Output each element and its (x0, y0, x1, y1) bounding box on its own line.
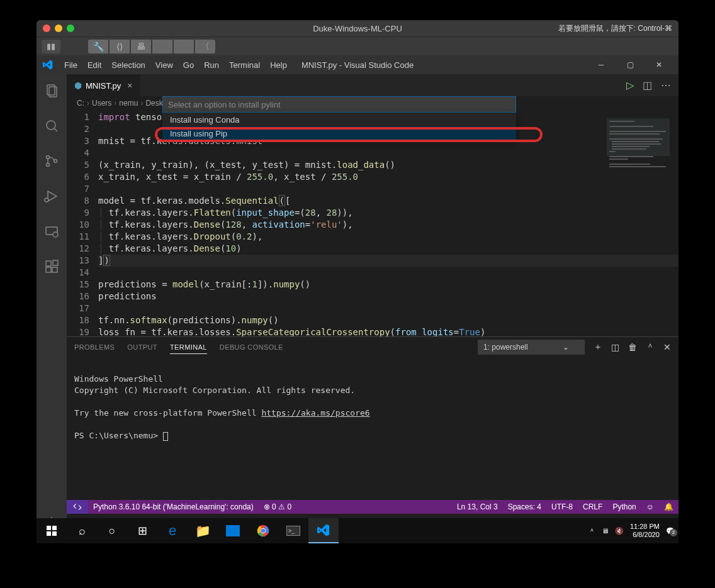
svg-rect-29 (609, 164, 650, 165)
panel-tab-terminal[interactable]: TERMINAL (170, 341, 207, 354)
cmd-icon[interactable]: >_ (278, 518, 308, 543)
indent-status[interactable]: Spaces: 4 (503, 502, 546, 511)
close-panel-button[interactable]: ✕ (663, 342, 671, 352)
chrome-icon[interactable] (248, 518, 278, 543)
split-terminal-button[interactable]: ◫ (611, 342, 619, 352)
svg-point-8 (45, 198, 48, 202)
maximize-icon[interactable] (67, 25, 74, 32)
pscore-link[interactable]: https://aka.ms/pscore6 (261, 408, 369, 418)
disk-icon[interactable]: ⊟ (152, 40, 172, 53)
vm-toolbar: ▮▮ 🔧 ⟨⟩ 🖶 ⊟ ⁂ 〈 (37, 36, 678, 55)
minimize-icon[interactable] (55, 25, 62, 32)
feedback-icon[interactable]: ☺ (641, 502, 659, 511)
minimap[interactable] (607, 118, 670, 244)
vscode-window: FileEditSelectionViewGoRunTerminalHelp M… (37, 55, 678, 542)
network-icon[interactable]: 🖥 (602, 527, 609, 535)
svg-rect-33 (47, 531, 51, 536)
svg-rect-17 (609, 121, 634, 122)
svg-rect-25 (612, 148, 646, 150)
taskview-icon[interactable]: ⊞ (127, 518, 157, 543)
release-hint: 若要放開滑鼠，請按下: Control-⌘ (558, 23, 672, 34)
wrench-icon[interactable]: 🔧 (88, 40, 108, 53)
clock[interactable]: 11:28 PM 6/8/2020 (630, 523, 660, 539)
notifications-icon[interactable]: 💬2 (666, 527, 675, 535)
svg-rect-32 (52, 526, 57, 530)
edge-icon[interactable]: e (157, 518, 188, 543)
remote-icon[interactable] (37, 220, 67, 243)
split-icon[interactable]: ◫ (643, 79, 652, 91)
explorer-icon[interactable]: 📁 (188, 518, 218, 543)
svg-rect-13 (52, 267, 57, 272)
svg-point-4 (47, 156, 50, 159)
svg-rect-22 (612, 141, 659, 142)
chevron-down-icon: ⌄ (563, 343, 569, 352)
svg-rect-16 (607, 118, 670, 156)
chevron-up-icon[interactable]: ＾ (646, 341, 655, 353)
menu-file[interactable]: File (59, 60, 82, 70)
menu-edit[interactable]: Edit (82, 60, 106, 70)
search-icon[interactable] (37, 114, 67, 137)
menu-go[interactable]: Go (178, 60, 199, 70)
python-env[interactable]: Python 3.6.10 64-bit ('MachineLearning':… (88, 500, 259, 514)
svg-rect-23 (612, 143, 661, 145)
terminal[interactable]: Windows PowerShell Copyright (C) Microso… (67, 357, 678, 500)
quick-pick-list: Install using CondaInstall using Pip (162, 113, 516, 140)
terminal-cursor (163, 432, 168, 441)
volume-icon[interactable]: 🔇 (615, 527, 624, 535)
pause-button[interactable]: ▮▮ (42, 40, 60, 53)
debug-icon[interactable] (37, 185, 67, 208)
run-icon[interactable]: ▷ (626, 79, 634, 91)
encoding-status[interactable]: UTF-8 (546, 502, 578, 511)
explorer-icon[interactable] (37, 79, 67, 102)
more-icon[interactable]: ⋯ (661, 79, 671, 91)
vscode-logo-icon (42, 58, 54, 71)
tray-chevron-icon[interactable]: ＾ (588, 526, 595, 536)
cursor-position[interactable]: Ln 13, Col 3 (452, 502, 503, 511)
code-editor[interactable]: 12345678910111213141516171819 improt ten… (67, 110, 678, 336)
new-terminal-button[interactable]: ＋ (594, 341, 602, 353)
store-icon[interactable] (218, 518, 248, 543)
trash-icon[interactable]: 🗑 (628, 342, 637, 352)
windows-taskbar: ⌕ ○ ⊞ e 📁 >_ ＾ 🖥 🔇 11:28 PM 6/8/2020 💬2 (37, 518, 678, 543)
svg-rect-30 (609, 166, 666, 167)
win-close-button[interactable]: ✕ (645, 55, 673, 74)
remote-button[interactable] (67, 500, 88, 514)
svg-rect-26 (609, 151, 616, 152)
resize-icon[interactable]: ⟨⟩ (110, 40, 130, 53)
menu-run[interactable]: Run (199, 60, 224, 70)
close-icon[interactable] (43, 25, 50, 32)
problems-status[interactable]: ⊗ 0 ⚠ 0 (259, 500, 296, 514)
start-button[interactable] (37, 518, 67, 543)
panel-tab-debug-console[interactable]: DEBUG CONSOLE (220, 341, 283, 353)
menu-help[interactable]: Help (265, 60, 292, 70)
option-install-using-pip[interactable]: Install using Pip (162, 126, 516, 140)
chevron-left-icon[interactable]: 〈 (195, 40, 215, 53)
menu-terminal[interactable]: Terminal (224, 60, 265, 70)
terminal-select[interactable]: 1: powershell ⌄ (478, 340, 585, 355)
activity-bar (37, 74, 67, 542)
svg-rect-20 (609, 133, 660, 135)
menu-view[interactable]: View (150, 60, 178, 70)
svg-line-3 (54, 128, 57, 131)
win-minimize-button[interactable]: ─ (587, 55, 616, 74)
language-status[interactable]: Python (607, 502, 641, 511)
menu-selection[interactable]: Selection (106, 60, 150, 70)
search-icon[interactable]: ⌕ (67, 518, 97, 543)
bluetooth-icon[interactable]: ⁂ (174, 40, 194, 53)
option-install-using-conda[interactable]: Install using Conda (162, 113, 516, 126)
vscode-taskbar-icon[interactable] (308, 518, 339, 543)
svg-rect-31 (47, 526, 51, 530)
extensions-icon[interactable] (37, 255, 67, 278)
eol-status[interactable]: CRLF (578, 502, 607, 511)
print-icon[interactable]: 🖶 (131, 40, 151, 53)
panel-tab-output[interactable]: OUTPUT (127, 341, 157, 353)
tab-mnist[interactable]: ⬢ MNIST.py × (67, 74, 140, 96)
source-control-icon[interactable] (37, 150, 67, 172)
close-icon[interactable]: × (127, 80, 132, 91)
panel-tab-problems[interactable]: PROBLEMS (74, 341, 115, 353)
quick-pick-input[interactable]: Select an option to install pylint (162, 96, 516, 113)
cortana-icon[interactable]: ○ (97, 518, 127, 543)
svg-point-10 (53, 232, 58, 237)
win-maximize-button[interactable]: ▢ (616, 55, 645, 74)
bell-icon[interactable]: 🔔 (659, 502, 678, 511)
